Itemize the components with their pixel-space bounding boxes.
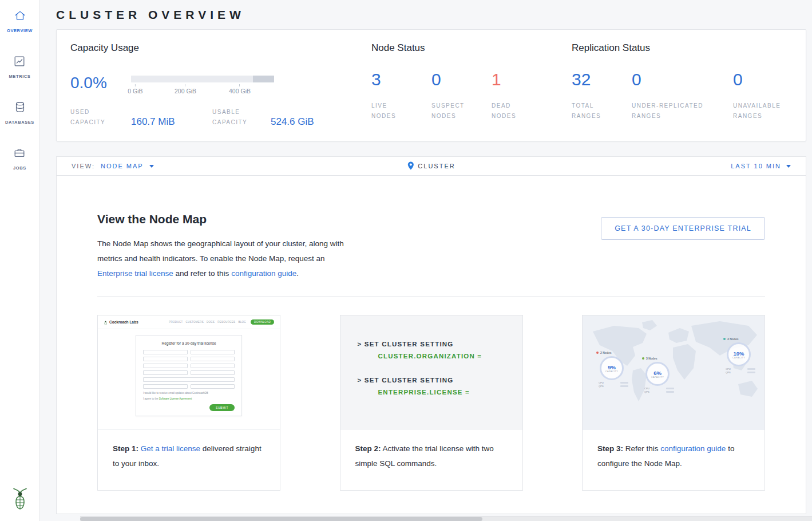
home-icon <box>14 9 26 24</box>
capacity-axis-tick: 400 GiB <box>229 84 251 94</box>
total-ranges-stat: 32 TOTALRANGES <box>572 71 632 121</box>
capacity-donut: 10% CAPACITY <box>727 342 751 366</box>
node-map-preview: 2 Nodes 9% CAPACITY CPU QPS <box>583 315 765 430</box>
total-ranges-value: 32 <box>572 71 632 88</box>
time-range-value: LAST 10 MIN <box>731 163 781 169</box>
cockroachdb-logo <box>11 487 29 513</box>
sidebar-item-jobs[interactable]: JOBS <box>13 147 26 171</box>
step3-card: 2 Nodes 9% CAPACITY CPU QPS <box>582 315 765 491</box>
metrics-chart-icon <box>13 55 26 70</box>
cluster-scope-label: CLUSTER <box>418 163 455 169</box>
sidebar: OVERVIEW METRICS DATABASES JOBS <box>0 0 40 521</box>
sql-code-snippet: > SET CLUSTER SETTING CLUSTER.ORGANIZATI… <box>340 315 522 430</box>
view-value: NODE MAP <box>101 163 144 169</box>
time-range-dropdown[interactable]: LAST 10 MIN <box>731 163 791 169</box>
live-nodes-stat: 3 LIVENODES <box>371 71 431 121</box>
cluster-scope-selector[interactable]: CLUSTER <box>407 161 455 171</box>
usable-capacity-label: USABLE CAPACITY <box>212 107 271 128</box>
capacity-bar: 0 GiB 200 GiB 400 GiB <box>131 71 274 99</box>
sidebar-item-overview[interactable]: OVERVIEW <box>7 9 33 33</box>
scrollbar-thumb[interactable] <box>80 517 482 521</box>
live-nodes-value: 3 <box>371 71 431 88</box>
step2-card: > SET CLUSTER SETTING CLUSTER.ORGANIZATI… <box>340 315 523 491</box>
unavailable-ranges-value: 0 <box>733 71 781 88</box>
thumb-submit-button: SUBMIT <box>209 404 235 411</box>
locality-dot <box>596 352 599 354</box>
sidebar-item-label: METRICS <box>9 74 31 79</box>
chevron-down-icon <box>149 165 154 168</box>
node-map-panel: View the Node Map GET A 30-DAY ENTERPRIS… <box>56 176 806 514</box>
sidebar-item-label: OVERVIEW <box>7 28 33 33</box>
dead-nodes-value: 1 <box>492 71 552 88</box>
page-title: CLUSTER OVERVIEW <box>56 8 812 22</box>
view-label: VIEW: <box>72 163 95 169</box>
thumb-download-button: DOWNLOAD <box>251 319 274 325</box>
locality-dot <box>642 357 644 360</box>
main-content: CLUSTER OVERVIEW Capacity Usage 0.0% 0 G… <box>40 0 812 521</box>
trial-signup-screenshot: Cockroach Labs PRODUCT CUSTOMERS DOCS RE… <box>98 315 280 430</box>
node-map-description: The Node Map shows the geographical layo… <box>97 236 765 281</box>
step1-card: Cockroach Labs PRODUCT CUSTOMERS DOCS RE… <box>97 315 280 491</box>
thumb-brand: Cockroach Labs <box>109 320 138 324</box>
chevron-down-icon <box>786 165 791 168</box>
capacity-used-percent: 0.0% <box>70 71 131 99</box>
usable-capacity-value: 524.6 GiB <box>271 116 314 128</box>
view-selector-dropdown[interactable]: VIEW: NODE MAP <box>72 163 154 169</box>
replication-status-title: Replication Status <box>572 42 792 54</box>
replication-status-section: Replication Status 32 TOTALRANGES 0 UNDE… <box>572 42 792 128</box>
section-divider <box>97 296 765 297</box>
enterprise-trial-button[interactable]: GET A 30-DAY ENTERPRISE TRIAL <box>601 217 765 240</box>
used-capacity-label: USED CAPACITY <box>70 107 131 128</box>
locality-badge: 3 Nodes 10% CAPACITY CPU QPS <box>723 337 761 374</box>
suspect-nodes-value: 0 <box>431 71 492 88</box>
node-status-section: Node Status 3 LIVENODES 0 SUSPECTNODES 1… <box>371 42 572 128</box>
capacity-usage-title: Capacity Usage <box>70 42 371 54</box>
capacity-donut: 9% CAPACITY <box>600 356 624 380</box>
capacity-axis-tick: 200 GiB <box>175 84 196 94</box>
step2-caption: Step 2: Activate the trial license with … <box>340 430 522 471</box>
configuration-guide-link[interactable]: configuration guide <box>231 269 296 278</box>
under-replicated-ranges-stat: 0 UNDER-REPLICATEDRANGES <box>632 71 733 121</box>
thumb-nav: PRODUCT CUSTOMERS DOCS RESOURCES BLOG <box>169 321 246 323</box>
cluster-summary-card: Capacity Usage 0.0% 0 GiB 200 GiB 400 Gi… <box>56 29 806 141</box>
suspect-nodes-stat: 0 SUSPECTNODES <box>431 71 492 121</box>
configuration-guide-link-step3[interactable]: configuration guide <box>660 444 726 453</box>
sidebar-item-label: DATABASES <box>5 120 34 125</box>
step3-caption: Step 3: Refer this configuration guide t… <box>583 430 765 471</box>
locality-dot <box>723 338 726 340</box>
locality-badge: 3 Nodes 6% CAPACITY CPU QPS <box>642 357 680 393</box>
under-replicated-ranges-value: 0 <box>632 71 733 88</box>
locality-badge: 2 Nodes 9% CAPACITY CPU QPS <box>596 351 634 388</box>
sidebar-item-label: JOBS <box>13 165 26 171</box>
node-status-title: Node Status <box>371 42 572 54</box>
cockroach-bug-icon <box>104 317 108 327</box>
dead-nodes-stat: 1 DEADNODES <box>492 71 552 121</box>
capacity-donut: 6% CAPACITY <box>645 362 670 386</box>
trial-registration-form: Register for a 30-day trial license <box>136 335 242 416</box>
briefcase-icon <box>13 147 26 161</box>
unavailable-ranges-stat: 0 UNAVAILABLERANGES <box>733 71 781 121</box>
sidebar-item-metrics[interactable]: METRICS <box>9 55 31 79</box>
horizontal-scrollbar[interactable] <box>80 516 812 521</box>
sidebar-item-databases[interactable]: DATABASES <box>5 101 34 125</box>
used-capacity-value: 160.7 MiB <box>131 116 212 128</box>
get-trial-license-link[interactable]: Get a trial license <box>141 444 200 453</box>
capacity-usage-section: Capacity Usage 0.0% 0 GiB 200 GiB 400 Gi… <box>70 42 371 128</box>
capacity-axis-tick: 0 GiB <box>128 84 142 94</box>
database-icon <box>14 101 26 116</box>
map-pin-icon <box>407 161 414 171</box>
step1-caption: Step 1: Get a trial license delivered st… <box>98 430 280 471</box>
enterprise-trial-license-link[interactable]: Enterprise trial license <box>97 269 173 278</box>
view-toolbar: VIEW: NODE MAP CLUSTER LAST 10 MIN <box>56 156 806 176</box>
capacity-bar-reserved-segment <box>253 76 275 82</box>
